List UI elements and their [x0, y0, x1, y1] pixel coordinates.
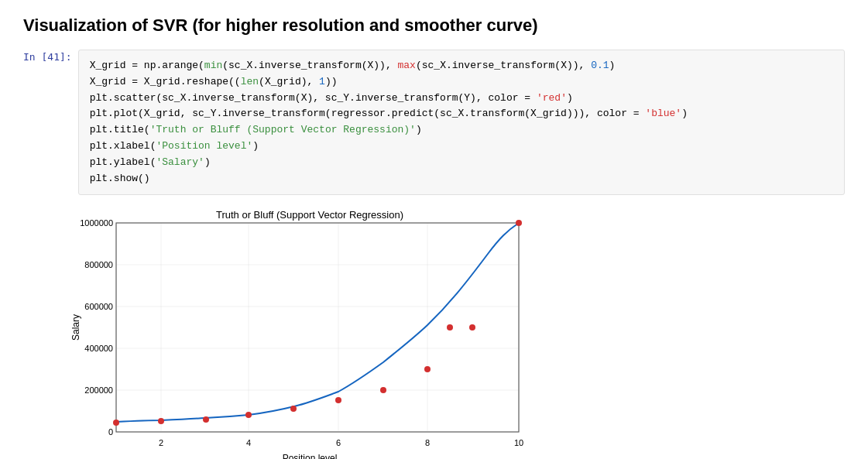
svg-text:8: 8: [425, 438, 430, 447]
page-title: Visualization of SVR (for higher resolut…: [23, 15, 845, 36]
chart-title: Truth or Bluff (Support Vector Regressio…: [216, 209, 403, 221]
svg-point-33: [447, 324, 453, 331]
x-axis-labels: 2 4 6 8 10: [159, 438, 523, 447]
svg-point-26: [158, 418, 164, 424]
code-cell: In [41]: X_grid = np.arange(min(sc_X.inv…: [23, 50, 845, 195]
svg-rect-1: [116, 223, 519, 432]
code-line-7: plt.ylabel('Salary'): [90, 155, 833, 171]
svg-text:600000: 600000: [84, 302, 113, 311]
svg-text:200000: 200000: [84, 385, 113, 395]
code-line-8: plt.show(): [90, 171, 833, 187]
code-line-1: X_grid = np.arange(min(sc_X.inverse_tran…: [90, 58, 833, 74]
svg-point-25: [113, 420, 119, 426]
code-block[interactable]: X_grid = np.arange(min(sc_X.inverse_tran…: [78, 50, 845, 195]
y-axis-label: Salary: [70, 314, 81, 341]
code-line-6: plt.xlabel('Position level'): [90, 139, 833, 155]
svg-point-34: [469, 324, 475, 331]
code-line-4: plt.plot(X_grid, sc_Y.inverse_transform(…: [90, 106, 833, 122]
svg-point-32: [424, 366, 431, 372]
svg-text:10: 10: [514, 438, 523, 447]
svg-text:6: 6: [336, 438, 341, 447]
code-line-3: plt.scatter(sc_X.inverse_transform(X), s…: [90, 91, 833, 107]
svg-text:800000: 800000: [84, 260, 113, 269]
code-line-2: X_grid = X_grid.reshape((len(X_grid), 1)…: [90, 74, 833, 91]
svg-text:0: 0: [108, 427, 113, 437]
cell-label: In [41]:: [23, 50, 72, 63]
svg-point-31: [380, 387, 386, 393]
svg-point-27: [203, 416, 209, 423]
chart-container: Truth or Bluff (Support Vector Regressio…: [70, 207, 845, 459]
y-axis-labels: 0 200000 400000 600000 800000 1000000: [80, 218, 113, 437]
chart-svg: Truth or Bluff (Support Vector Regressio…: [70, 207, 550, 459]
svg-text:2: 2: [159, 438, 163, 447]
svg-text:1000000: 1000000: [80, 218, 113, 228]
svg-point-29: [290, 406, 297, 412]
svg-point-28: [245, 412, 252, 418]
code-line-5: plt.title('Truth or Bluff (Support Vecto…: [90, 122, 833, 139]
x-axis-label: Position level: [283, 453, 338, 459]
svg-point-35: [516, 220, 522, 226]
svg-text:400000: 400000: [84, 344, 113, 353]
svg-point-30: [335, 397, 341, 403]
svg-text:4: 4: [246, 438, 251, 447]
